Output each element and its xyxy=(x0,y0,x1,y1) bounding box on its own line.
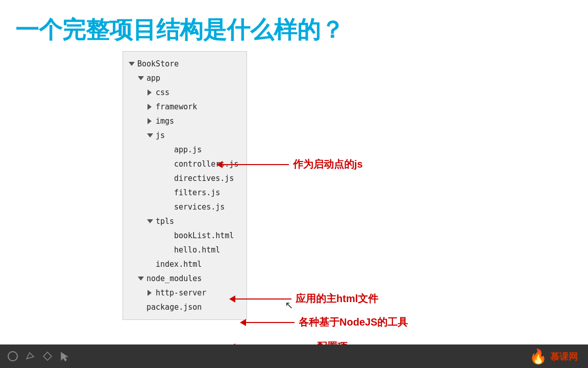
arrow-left-tip-icon2 xyxy=(229,295,235,303)
file-tree: BookStore app css framework imgs js app.… xyxy=(122,51,247,320)
tree-item-httpserver: http-server xyxy=(128,286,238,300)
tree-item-services: services.js xyxy=(128,200,238,214)
annotation-appjs-text: 作为启动点的js xyxy=(293,157,363,171)
tree-item-css: css xyxy=(128,85,238,100)
tri-closed-icon xyxy=(146,103,154,110)
tree-item-indexhtml: index.html xyxy=(128,257,238,271)
annotation-indexhtml-text: 应用的主html文件 xyxy=(296,292,378,306)
tree-item-nodemodules: node_modules xyxy=(128,271,238,286)
arrow-line xyxy=(223,164,289,165)
tree-item-bookstore: BookStore xyxy=(128,57,238,71)
tree-item-framework: framework xyxy=(128,100,238,114)
tree-item-appjs: app.js xyxy=(128,143,238,157)
tree-item-imgs: imgs xyxy=(128,114,238,128)
tree-item-packagejson: package.json xyxy=(128,300,238,314)
annotation-nodemodules: 各种基于NodeJS的工具 xyxy=(240,315,408,329)
tree-item-tpls: tpls xyxy=(128,214,238,228)
svg-point-0 xyxy=(8,352,17,361)
flame-icon: 🔥 xyxy=(529,348,547,365)
tree-item-hello: hello.html xyxy=(128,243,238,257)
tri-closed-icon xyxy=(146,118,154,125)
arrow-line3 xyxy=(246,322,295,323)
mouse-cursor: ↖ xyxy=(285,299,293,311)
tri-open-icon xyxy=(146,218,154,225)
logo-area: 🔥 慕课网 xyxy=(529,348,578,365)
annotation-appjs: 作为启动点的js xyxy=(216,157,363,171)
pen-icon xyxy=(24,351,36,362)
annotation-indexhtml: 应用的主html文件 xyxy=(229,292,378,306)
tri-open-icon xyxy=(146,132,154,139)
diamond-icon xyxy=(42,351,53,362)
logo-text: 慕课网 xyxy=(550,351,578,363)
arrow-line2 xyxy=(235,298,291,300)
svg-marker-1 xyxy=(43,352,52,360)
tree-item-directives: directives.js xyxy=(128,171,238,186)
tri-closed-icon xyxy=(146,289,154,296)
tri-open-icon xyxy=(137,75,144,82)
annotation-nodemodules-text: 各种基于NodeJS的工具 xyxy=(299,315,408,329)
tree-item-booklist: bookList.html xyxy=(128,228,238,243)
arrow-left-tip-icon3 xyxy=(240,319,246,326)
tree-item-js: js xyxy=(128,128,238,143)
tri-closed-icon xyxy=(146,89,154,96)
cursor-icon xyxy=(59,351,70,362)
tri-open-icon xyxy=(137,275,144,282)
bottom-bar-icons xyxy=(7,351,70,362)
tree-item-app: app xyxy=(128,71,238,85)
tree-item-filters: filters.js xyxy=(128,186,238,200)
bottom-bar xyxy=(0,344,588,368)
pencil-icon xyxy=(7,351,18,362)
arrow-left-tip-icon xyxy=(216,161,223,168)
tri-open-icon xyxy=(128,60,135,67)
page-title: 一个完整项目结构是什么样的？ xyxy=(15,14,344,46)
